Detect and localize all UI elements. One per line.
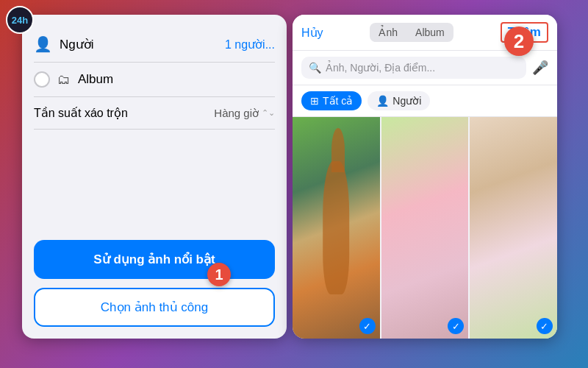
tab-photos[interactable]: Ảnh	[370, 23, 406, 42]
person-count: 1 người...	[225, 38, 275, 52]
primary-button-label: Sử dụng ảnh nổi bật	[93, 252, 215, 266]
step1-badge: 1	[207, 263, 231, 286]
filter-all-label: Tất cả	[323, 95, 353, 107]
photo-cell-3[interactable]: ✓	[470, 117, 557, 339]
album-label: Album	[78, 72, 113, 87]
watermark-logo: 24h	[6, 6, 34, 34]
screens-wrapper: 👤 Người 1 người... 🗂 Album Tần suất xáo …	[22, 15, 566, 353]
frequency-value-text: Hàng giờ	[214, 107, 259, 120]
filter-person[interactable]: 👤 Người	[368, 91, 430, 110]
photo-cat	[293, 117, 380, 339]
secondary-button-label: Chọn ảnh thủ công	[101, 300, 208, 314]
primary-button[interactable]: Sử dụng ảnh nổi bật 1	[34, 240, 275, 279]
filter-all[interactable]: ⊞ Tất cả	[301, 91, 362, 110]
tab-photos-label: Ảnh	[379, 26, 398, 38]
step2-number: 2	[514, 30, 524, 53]
person-row[interactable]: 👤 Người 1 người...	[34, 26, 275, 63]
filter-person-icon: 👤	[376, 95, 389, 107]
person-label: Người	[60, 37, 94, 52]
tab-albums[interactable]: Album	[406, 23, 453, 42]
frequency-value: Hàng giờ ⌃⌄	[214, 107, 275, 120]
photo-cell-2[interactable]: ✓	[381, 117, 469, 339]
photo-garden1	[381, 117, 469, 339]
step2-badge: 2	[504, 26, 534, 56]
album-row[interactable]: 🗂 Album	[34, 63, 275, 97]
person-left: 👤 Người	[34, 35, 94, 53]
watermark: 24h	[6, 6, 34, 34]
search-icon: 🔍	[309, 62, 321, 74]
check-badge-1: ✓	[359, 318, 376, 334]
main-container: 24h 👤 Người 1 người... 🗂 Album	[0, 0, 588, 368]
album-radio[interactable]	[34, 71, 50, 88]
right-header: Hủy Ảnh Album Thêm 2	[293, 15, 557, 51]
search-bar: 🔍 Ảnh, Người, Địa điểm... 🎤	[293, 51, 557, 85]
mic-icon[interactable]: 🎤	[532, 60, 548, 76]
filter-all-icon: ⊞	[310, 95, 319, 107]
photos-grid: ✓ ✓ ✓	[293, 117, 557, 339]
cancel-button[interactable]: Hủy	[301, 26, 323, 40]
add-btn-container: Thêm 2	[501, 22, 548, 43]
search-input-wrapper[interactable]: 🔍 Ảnh, Người, Địa điểm...	[301, 57, 526, 79]
chevron-icon: ⌃⌄	[262, 108, 275, 118]
check-badge-3: ✓	[537, 318, 553, 334]
buttons-area: Sử dụng ảnh nổi bật 1 Chọn ảnh thủ công	[22, 228, 287, 339]
step1-number: 1	[215, 266, 223, 283]
tab-group: Ảnh Album	[370, 23, 453, 42]
search-placeholder-text: Ảnh, Người, Địa điểm...	[326, 62, 435, 74]
watermark-text: 24h	[12, 15, 28, 25]
photo-garden2	[470, 117, 557, 339]
frequency-row[interactable]: Tần suất xáo trộn Hàng giờ ⌃⌄	[34, 97, 275, 130]
tab-albums-label: Album	[415, 26, 445, 38]
person-icon: 👤	[34, 35, 52, 53]
left-content: 👤 Người 1 người... 🗂 Album Tần suất xáo …	[22, 15, 287, 228]
frequency-label: Tần suất xáo trộn	[34, 106, 128, 120]
album-icon: 🗂	[57, 72, 71, 88]
secondary-button[interactable]: Chọn ảnh thủ công	[34, 288, 275, 327]
filter-person-label: Người	[392, 95, 421, 107]
photo-cell-1[interactable]: ✓	[293, 117, 380, 339]
left-screen: 👤 Người 1 người... 🗂 Album Tần suất xáo …	[22, 15, 287, 339]
right-screen: Hủy Ảnh Album Thêm 2	[293, 15, 557, 339]
filter-row: ⊞ Tất cả 👤 Người	[293, 85, 557, 117]
